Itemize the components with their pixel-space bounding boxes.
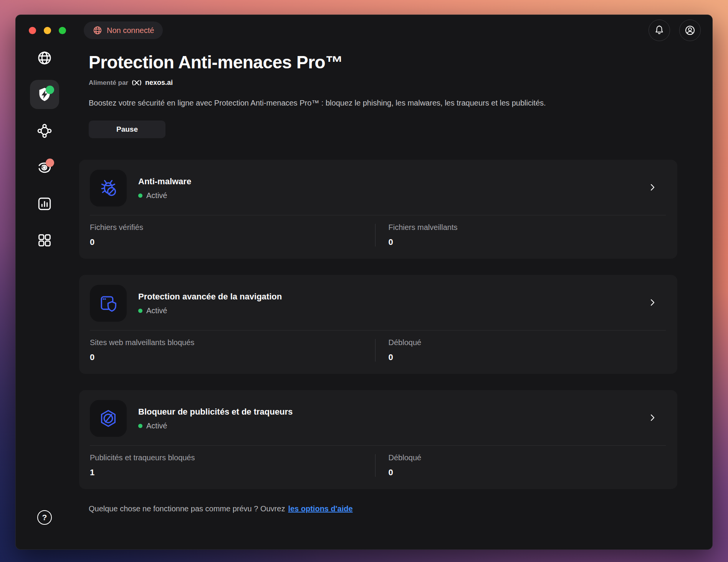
app-window: Non connecté <box>15 15 713 550</box>
sidebar-nav: ? <box>16 41 73 549</box>
stat-label: Débloqué <box>389 453 666 462</box>
divider <box>90 215 666 215</box>
card-header[interactable]: Protection avancée de la navigation Acti… <box>90 285 666 322</box>
stat-value: 0 <box>389 352 666 362</box>
bug-blocked-icon <box>98 178 118 198</box>
alert-badge <box>46 159 54 167</box>
chevron-right-icon[interactable] <box>647 413 657 424</box>
mesh-network-icon <box>36 123 53 139</box>
feature-card-ad-blocker: Bloqueur de publicités et de traqueurs A… <box>79 390 677 489</box>
close-window-button[interactable] <box>29 27 36 34</box>
stat-value: 0 <box>389 468 666 478</box>
footer-help-text: Quelque chose ne fonctionne pas comme pr… <box>89 504 285 513</box>
divider <box>90 330 666 331</box>
stat-label: Sites web malveillants bloqués <box>90 338 375 347</box>
help-options-link[interactable]: les options d'aide <box>288 504 352 513</box>
status-label: Activé <box>146 422 167 430</box>
user-icon <box>684 25 696 36</box>
card-title: Anti-malware <box>138 177 191 187</box>
stat-label: Fichiers malveillants <box>389 223 666 232</box>
card-title: Bloqueur de publicités et de traqueurs <box>138 407 293 417</box>
sidebar-item-vpn[interactable] <box>30 43 59 73</box>
sidebar-item-more-apps[interactable] <box>30 226 59 255</box>
active-badge <box>46 86 54 94</box>
help-button[interactable]: ? <box>37 510 52 525</box>
grid-icon <box>36 232 53 248</box>
sidebar-item-dark-web-monitor[interactable] <box>30 153 59 182</box>
help-footer: Quelque chose ne fonctionne pas comme pr… <box>89 504 677 513</box>
status-dot <box>138 424 142 428</box>
browser-shield-icon <box>98 293 118 313</box>
stat-value: 0 <box>90 352 375 362</box>
minimize-window-button[interactable] <box>44 27 51 34</box>
notifications-button[interactable] <box>649 20 670 41</box>
stat-label: Fichiers vérifiés <box>90 223 375 232</box>
card-title: Protection avancée de la navigation <box>138 292 282 302</box>
bar-chart-icon <box>36 196 53 212</box>
account-button[interactable] <box>679 20 701 41</box>
nexos-logo-icon <box>132 79 142 86</box>
chevron-right-icon[interactable] <box>647 298 657 309</box>
sidebar-item-activity[interactable] <box>30 189 59 218</box>
titlebar: Non connecté <box>16 15 712 41</box>
bell-icon <box>654 25 665 36</box>
zoom-window-button[interactable] <box>59 27 66 34</box>
card-header[interactable]: Bloqueur de publicités et de traqueurs A… <box>90 400 666 437</box>
divider <box>90 445 666 446</box>
stat-value: 1 <box>90 468 375 478</box>
powered-by: Alimenté par nexos.ai <box>89 79 677 87</box>
sidebar-item-meshnet[interactable] <box>30 116 59 145</box>
pause-button[interactable]: Pause <box>89 121 165 138</box>
card-icon-tile <box>90 285 127 322</box>
globe-icon <box>36 50 53 66</box>
status-dot <box>138 193 142 198</box>
stat-label: Publicités et traqueurs bloqués <box>90 453 375 462</box>
feature-card-anti-malware: Anti-malware Activé Fic <box>79 160 677 259</box>
stat-label: Débloqué <box>389 338 666 347</box>
card-icon-tile <box>90 400 127 437</box>
card-header[interactable]: Anti-malware Activé <box>90 170 666 207</box>
stat-value: 0 <box>90 237 375 247</box>
connection-status-pill[interactable]: Non connecté <box>84 21 163 39</box>
window-controls <box>29 27 66 34</box>
status-label: Activé <box>146 306 167 315</box>
adblock-hexagon-icon <box>98 408 118 428</box>
globe-icon <box>93 25 103 35</box>
powered-by-prefix: Alimenté par <box>89 79 128 87</box>
stat-value: 0 <box>389 237 666 247</box>
status-dot <box>138 309 142 313</box>
question-mark-icon: ? <box>42 513 47 522</box>
status-label: Activé <box>146 191 167 200</box>
page-title: Protection Anti-menaces Pro™ <box>89 52 677 73</box>
feature-description: Boostez votre sécurité en ligne avec Pro… <box>89 97 676 109</box>
powered-by-brand: nexos.ai <box>145 79 173 87</box>
chevron-right-icon[interactable] <box>647 182 657 194</box>
main-content: Protection Anti-menaces Pro™ Alimenté pa… <box>73 41 712 549</box>
feature-card-safe-browsing: Protection avancée de la navigation Acti… <box>79 275 677 374</box>
sidebar-item-threat-protection[interactable] <box>30 80 59 109</box>
card-icon-tile <box>90 170 127 207</box>
connection-status-label: Non connecté <box>107 26 154 35</box>
